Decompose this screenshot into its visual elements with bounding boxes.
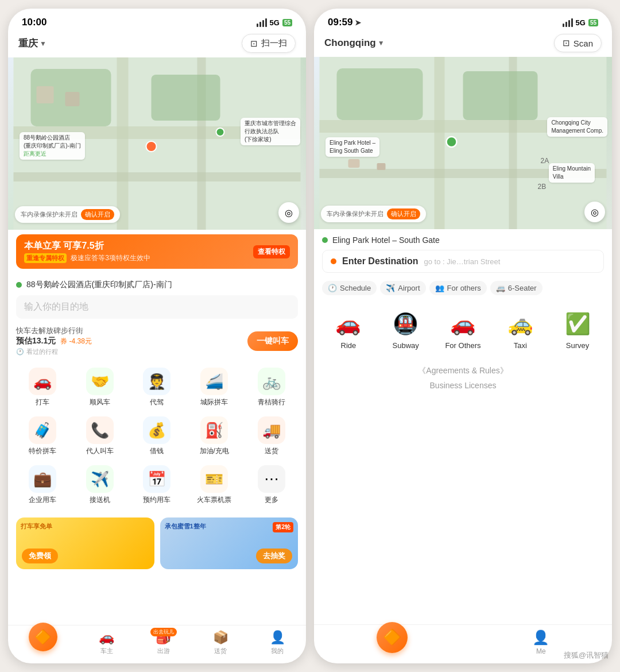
service-enterprise[interactable]: 💼 企业用车	[14, 461, 71, 509]
origin-item-right: Eling Park Hotel – South Gate	[322, 233, 604, 248]
promo-view-btn[interactable]: 查看特权	[253, 245, 290, 258]
camera-btn-right[interactable]: 确认开启	[387, 208, 420, 219]
licenses-link[interactable]: Business Licenses	[430, 381, 497, 390]
nav-home-right[interactable]: 🔶	[377, 632, 408, 653]
promo-title-left: 本单立享 可享7.5折	[24, 240, 150, 252]
svg-rect-17	[463, 71, 538, 120]
service-scheduled[interactable]: 📅 预约用车	[129, 461, 186, 509]
airport-label-r: Airport	[398, 284, 420, 292]
nav-home-left[interactable]: 🔶	[29, 634, 57, 651]
forothers-icon-r: 🚗	[448, 309, 478, 339]
travel-nav-label: 出游	[157, 647, 170, 655]
schedule-icon: 🕐	[328, 284, 337, 292]
service-intercity[interactable]: 🚄 城际拼车	[185, 363, 243, 412]
camera-btn-left[interactable]: 确认开启	[81, 209, 114, 220]
estimate-left-info: 快车去解放碑步行街 预估13.1元 券 -4.38元 🕐 看过的行程	[16, 326, 92, 356]
promo-card-lucky-btn[interactable]: 去抽奖	[256, 549, 292, 563]
estimate-bar-left: 快车去解放碑步行街 预估13.1元 券 -4.38元 🕐 看过的行程 一键叫车	[8, 322, 306, 360]
dest-input-left[interactable]: 输入你的目的地	[16, 295, 298, 319]
compass-left[interactable]: ◎	[278, 202, 299, 223]
driver-label: 代驾	[150, 397, 164, 407]
promo-card-free-btn[interactable]: 免费领	[22, 549, 58, 563]
svg-text:2B: 2B	[538, 183, 547, 191]
tickets-icon: 🎫	[205, 470, 223, 488]
service-forothers-r[interactable]: 🚗 For Others	[435, 304, 492, 354]
scan-button-left[interactable]: ⊡ 扫一扫	[242, 34, 296, 53]
loan-label: 借钱	[150, 446, 164, 456]
origin-item-left: 88号鹅岭公园酒店(重庆印制贰厂店)-南门	[16, 277, 298, 293]
service-ride[interactable]: 🚗 打车	[14, 363, 71, 412]
time-right: 09:59	[328, 17, 352, 28]
didi-logo-right: 🔶	[383, 628, 401, 646]
service-delivery[interactable]: 🚚 送货	[243, 412, 300, 461]
service-more[interactable]: ⋯ 更多	[243, 461, 300, 509]
service-subway-r[interactable]: 🚇 Subway	[377, 304, 435, 354]
camera-notice-left: 车内录像保护未开启 确认开启	[15, 206, 120, 223]
map-label-hotel-right: Eling Park Hotel –Eling South Gate	[326, 137, 379, 157]
compass-right[interactable]: ◎	[584, 202, 605, 222]
city-selector-right[interactable]: Chongqing ▼	[324, 37, 385, 49]
enterprise-label: 企业用车	[29, 495, 56, 505]
option-airport[interactable]: ✈️ Airport	[380, 281, 425, 295]
svg-rect-4	[14, 172, 301, 181]
svg-rect-6	[152, 75, 220, 121]
service-rideshare[interactable]: 🤝 顺风车	[71, 363, 129, 412]
service-budget[interactable]: 🧳 特价拼车	[14, 412, 71, 461]
battery-label-left: 55	[282, 19, 292, 26]
nav-me-right[interactable]: 👤 Me	[532, 629, 549, 655]
service-survey-r[interactable]: ✅ Survey	[549, 304, 606, 354]
left-phone: 10:00 5G 55 重庆 ▼ ⊡ 扫一扫	[8, 9, 306, 663]
status-right-right: 5G 55	[563, 18, 598, 27]
estimate-price: 预估13.1元	[16, 336, 56, 346]
network-left: 5G	[270, 18, 280, 27]
service-fuel[interactable]: ⛽ 加油/充电	[185, 412, 243, 461]
sixseater-label: 6-Seater	[508, 284, 537, 292]
service-bike[interactable]: 🚲 青桔骑行	[243, 363, 300, 412]
option-schedule[interactable]: 🕐 Schedule	[322, 281, 377, 295]
promo-card-lucky[interactable]: 承包蜜雪1整年 第2轮 去抽奖	[160, 517, 299, 569]
nav-travel-left[interactable]: 🎒 出游 出去玩儿	[156, 630, 171, 655]
agreements-link[interactable]: 《Agreements & Rules》	[418, 366, 507, 376]
intercity-label: 城际拼车	[200, 397, 228, 407]
option-6seater[interactable]: 🚐 6-Seater	[490, 281, 542, 295]
origin-text-left: 88号鹅岭公园酒店(重庆印制贰厂店)-南门	[26, 280, 172, 290]
service-grid-right: 🚗 Ride 🚇 Subway 🚗 For Others 🚕 Taxi ✅ Su…	[314, 300, 612, 359]
nav-profile-left[interactable]: 👤 我的	[270, 630, 285, 655]
svg-point-9	[146, 141, 157, 152]
origin-dot-left	[16, 282, 22, 288]
service-ride-r[interactable]: 🚗 Ride	[320, 304, 377, 354]
forothers-icon: 👥	[435, 284, 444, 292]
origin-text-right: Eling Park Hotel – South Gate	[332, 235, 440, 245]
service-tickets[interactable]: 🎫 火车票机票	[185, 461, 243, 509]
status-bar-left: 10:00 5G 55	[8, 9, 306, 32]
map-left: 88号鹅岭公园酒店(重庆印制贰厂店)-南门距离更近 重庆市城市管理综合行政执法总…	[8, 57, 306, 230]
promo-round2-badge: 第2轮	[273, 522, 293, 532]
home-btn-left[interactable]: 🔶	[29, 623, 57, 651]
status-bar-right: 09:59 ➤ 5G 55	[314, 9, 612, 32]
battery-label-right: 55	[588, 19, 598, 26]
home-btn-right[interactable]: 🔶	[377, 622, 408, 653]
scan-button-right[interactable]: ⊡ Scan	[554, 34, 602, 52]
call-btn-left[interactable]: 一键叫车	[247, 331, 298, 351]
promo-card-free[interactable]: 打车享免单 免费领	[16, 517, 154, 569]
more-icon: ⋯	[264, 470, 279, 488]
city-selector-left[interactable]: 重庆 ▼	[18, 37, 46, 50]
nav-delivery-left[interactable]: 📦 送货	[213, 630, 228, 655]
service-driver[interactable]: 🧑‍✈️ 代驾	[129, 363, 186, 412]
service-taxi-r[interactable]: 🚕 Taxi	[491, 304, 549, 354]
camera-text-right: 车内录像保护未开启	[327, 210, 383, 218]
bike-label: 青桔骑行	[258, 397, 285, 407]
promo-banner-left[interactable]: 本单立享 可享7.5折 重逢专属特权 极速应答等3项特权生效中 查看特权	[16, 234, 298, 269]
service-airport[interactable]: ✈️ 接送机	[71, 461, 129, 509]
svg-rect-8	[65, 92, 80, 106]
history-label[interactable]: 看过的行程	[26, 347, 58, 356]
promo-title-main: 本单立享 可享7.5折	[24, 241, 104, 250]
nav-driver-left[interactable]: 🚗 车主	[99, 630, 114, 655]
rideshare-label: 顺风车	[90, 397, 110, 407]
airport-label-l: 接送机	[90, 495, 110, 505]
service-proxy[interactable]: 📞 代人叫车	[71, 412, 129, 461]
service-loan[interactable]: 💰 借钱	[129, 412, 186, 461]
dest-input-right[interactable]: Enter Destination go to : Jie…trian Stre…	[322, 250, 604, 273]
network-right: 5G	[576, 18, 586, 27]
option-forothers[interactable]: 👥 For others	[429, 281, 487, 295]
